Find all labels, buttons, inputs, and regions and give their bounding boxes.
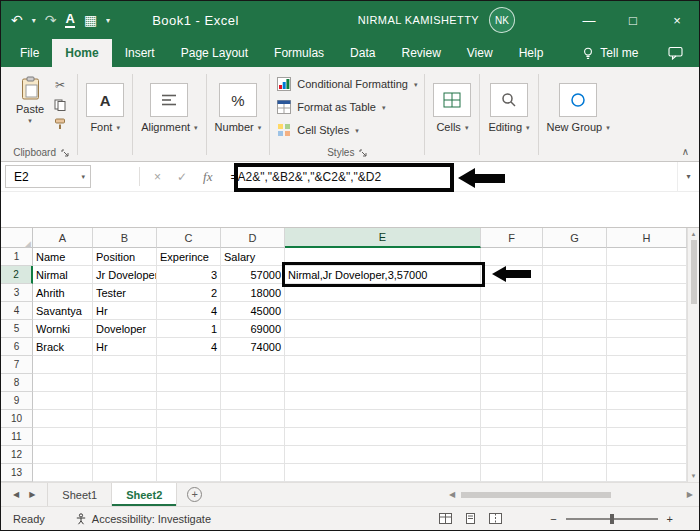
cell-H7[interactable] (607, 356, 687, 374)
formula-bar-expand-button[interactable]: ▾ (677, 162, 699, 191)
cell-D11[interactable] (221, 428, 285, 446)
cell-F1[interactable] (481, 248, 543, 266)
maximize-button[interactable]: □ (611, 1, 655, 39)
zoom-slider[interactable] (566, 518, 658, 520)
formula-input[interactable]: =A2&","&B2&","&C2&","&D2 (226, 162, 677, 191)
cell-A13[interactable] (33, 464, 93, 482)
cell-E9[interactable] (285, 392, 481, 410)
cell-G12[interactable] (543, 446, 607, 464)
scroll-down-icon[interactable]: ▼ (691, 473, 697, 479)
cell-A9[interactable] (33, 392, 93, 410)
tell-me-button[interactable]: Tell me (582, 39, 638, 67)
row-header-13[interactable]: 13 (1, 464, 33, 482)
cell-G7[interactable] (543, 356, 607, 374)
cell-A4[interactable]: Savantya (33, 302, 93, 320)
name-box[interactable]: E2 ▾ (5, 165, 91, 188)
cell-G1[interactable] (543, 248, 607, 266)
tab-page-layout[interactable]: Page Layout (168, 39, 261, 67)
close-button[interactable]: × (655, 1, 699, 39)
cell-B4[interactable]: Hr (93, 302, 157, 320)
cell-D4[interactable]: 45000 (221, 302, 285, 320)
zoom-in-button[interactable]: + (667, 513, 673, 525)
underline-icon[interactable]: A (65, 12, 74, 28)
tab-home[interactable]: Home (52, 39, 111, 67)
cell-F6[interactable] (481, 338, 543, 356)
tab-help[interactable]: Help (506, 39, 557, 67)
zoom-slider-thumb[interactable] (610, 514, 614, 524)
cell-E7[interactable] (285, 356, 481, 374)
cell-F2[interactable] (481, 266, 543, 284)
cell-G11[interactable] (543, 428, 607, 446)
cell-E12[interactable] (285, 446, 481, 464)
redo-icon[interactable]: ↷ (45, 12, 57, 28)
cell-F13[interactable] (481, 464, 543, 482)
cell-D10[interactable] (221, 410, 285, 428)
cell-D5[interactable]: 69000 (221, 320, 285, 338)
normal-view-button[interactable] (439, 513, 452, 524)
cell-D2[interactable]: 57000 (221, 266, 285, 284)
cell-C11[interactable] (157, 428, 221, 446)
tab-formulas[interactable]: Formulas (261, 39, 337, 67)
undo-dropdown-icon[interactable]: ▾ (32, 16, 36, 25)
tab-insert[interactable]: Insert (112, 39, 168, 67)
cancel-button[interactable]: × (154, 170, 161, 184)
row-header-12[interactable]: 12 (1, 446, 33, 464)
cell-H5[interactable] (607, 320, 687, 338)
cell-D3[interactable]: 18000 (221, 284, 285, 302)
tab-file[interactable]: File (7, 39, 52, 67)
cell-E3[interactable] (285, 284, 481, 302)
cell-C9[interactable] (157, 392, 221, 410)
horizontal-scrollbar-thumb[interactable] (461, 492, 611, 498)
insert-function-button[interactable]: fx (203, 169, 212, 185)
page-break-view-button[interactable] (489, 513, 502, 524)
cell-B10[interactable] (93, 410, 157, 428)
cell-E6[interactable] (285, 338, 481, 356)
table-icon[interactable]: ▦ (84, 12, 97, 28)
cell-C1[interactable]: Experince (157, 248, 221, 266)
cell-C5[interactable]: 1 (157, 320, 221, 338)
cell-C4[interactable]: 4 (157, 302, 221, 320)
cell-G2[interactable] (543, 266, 607, 284)
cell-D9[interactable] (221, 392, 285, 410)
cell-C12[interactable] (157, 446, 221, 464)
cell-G9[interactable] (543, 392, 607, 410)
paste-button[interactable]: Paste ▾ (12, 71, 52, 124)
cell-C2[interactable]: 3 (157, 266, 221, 284)
column-header-A[interactable]: A (33, 228, 93, 248)
row-header-10[interactable]: 10 (1, 410, 33, 428)
undo-icon[interactable]: ↶ (11, 12, 23, 28)
column-header-B[interactable]: B (93, 228, 157, 248)
cell-A6[interactable]: Brack (33, 338, 93, 356)
cell-F9[interactable] (481, 392, 543, 410)
copy-button[interactable] (54, 99, 66, 111)
enter-button[interactable]: ✓ (177, 170, 187, 184)
cell-F10[interactable] (481, 410, 543, 428)
cell-E8[interactable] (285, 374, 481, 392)
row-header-6[interactable]: 6 (1, 338, 33, 356)
tab-review[interactable]: Review (388, 39, 453, 67)
cell-F5[interactable] (481, 320, 543, 338)
avatar[interactable]: NK (489, 7, 515, 33)
number-button[interactable]: % Number▾ (215, 83, 262, 161)
cell-E1[interactable] (285, 248, 481, 266)
format-painter-button[interactable] (54, 118, 66, 130)
row-header-8[interactable]: 8 (1, 374, 33, 392)
cell-E4[interactable] (285, 302, 481, 320)
vertical-scrollbar[interactable]: ▲ ▼ (687, 228, 699, 482)
cell-F8[interactable] (481, 374, 543, 392)
page-layout-view-button[interactable] (464, 513, 477, 524)
cell-B6[interactable]: Hr (93, 338, 157, 356)
tab-data[interactable]: Data (337, 39, 388, 67)
cell-F11[interactable] (481, 428, 543, 446)
styles-dialog-launcher-icon[interactable] (359, 149, 367, 157)
cell-D13[interactable] (221, 464, 285, 482)
cell-B1[interactable]: Position (93, 248, 157, 266)
column-header-E[interactable]: E (285, 228, 481, 248)
cell-H2[interactable] (607, 266, 687, 284)
cell-B13[interactable] (93, 464, 157, 482)
cell-A12[interactable] (33, 446, 93, 464)
cell-F4[interactable] (481, 302, 543, 320)
scroll-right-icon[interactable]: ▶ (687, 490, 693, 499)
vertical-scrollbar-thumb[interactable] (691, 240, 697, 304)
cell-D12[interactable] (221, 446, 285, 464)
